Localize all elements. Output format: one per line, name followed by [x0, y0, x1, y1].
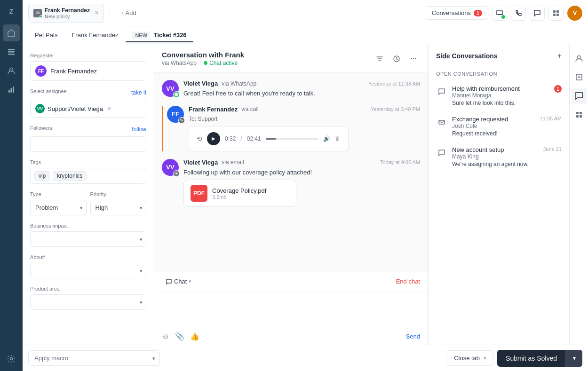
sidebar-item-views[interactable]: [3, 43, 20, 60]
filter-btn[interactable]: [373, 52, 386, 65]
rs-user-icon[interactable]: [572, 51, 587, 66]
chat-active-badge: Chat active: [204, 60, 238, 66]
ticket-new-badge: NEW: [132, 32, 150, 39]
tag-vip[interactable]: vip: [34, 171, 50, 181]
about-select[interactable]: [30, 263, 146, 278]
svg-rect-4: [8, 54, 15, 55]
audio-total-time: 02:41: [247, 135, 261, 142]
user-avatar[interactable]: V: [567, 6, 582, 21]
msg-sender-2: Frank Fernandez: [189, 106, 238, 113]
chat-status-icon[interactable]: [492, 6, 507, 21]
svg-rect-6: [8, 90, 10, 93]
add-side-conv-btn[interactable]: +: [557, 52, 562, 60]
content-row: Requester FF Frank Fernandez Select assi…: [23, 45, 588, 345]
more-btn[interactable]: [407, 52, 420, 65]
file-icon-pdf: PDF: [191, 185, 207, 202]
side-conv-time-2: 11:35 AM: [540, 116, 562, 121]
side-conv-item-1[interactable]: Help with reimbursement Manuel Moraga Su…: [429, 80, 569, 111]
side-conv-icon-email-2: [436, 117, 447, 128]
tab-ticket-326[interactable]: NEW Ticket #326: [126, 29, 193, 42]
macro-wrapper: Apply macro: [28, 350, 160, 366]
requester-name: Frank Fernandez: [50, 68, 97, 75]
side-conv-item-2[interactable]: Exchange requested Josh Cole Request rec…: [429, 111, 569, 142]
type-section: Type Problem: [30, 191, 87, 215]
chat-icon-toolbar[interactable]: [530, 6, 545, 21]
chat-tab-btn[interactable]: Chat ▾: [162, 276, 195, 287]
active-tab[interactable]: ✉ Frank Fernandez New policy ✕: [28, 4, 104, 23]
assignee-avatar: VV: [35, 104, 45, 113]
channel-badge-email: [173, 170, 180, 177]
follow-link[interactable]: follow: [132, 126, 146, 133]
assignee-label: Select assignee: [30, 88, 67, 94]
submit-solved-dropdown-arrow[interactable]: ▾: [565, 350, 582, 367]
svg-rect-11: [556, 10, 559, 13]
emoji-btn[interactable]: ☺: [162, 332, 169, 341]
tab-pet-pals[interactable]: Pet Pals: [28, 29, 64, 42]
sidebar-item-settings[interactable]: [3, 350, 20, 367]
file-attachment[interactable]: PDF Coverage Policy.pdf 3.2mb: [183, 180, 296, 207]
tab-close-btn[interactable]: ✕: [95, 10, 99, 16]
business-impact-select[interactable]: [30, 231, 146, 247]
attachment-btn[interactable]: 📎: [175, 332, 184, 341]
phone-icon[interactable]: [511, 6, 526, 21]
tags-section: Tags vip kryptonics: [30, 159, 146, 184]
audio-volume-btn[interactable]: 🔊: [323, 135, 330, 142]
remove-assignee-btn[interactable]: ✕: [107, 105, 111, 112]
end-chat-btn[interactable]: End chat: [396, 278, 420, 285]
sidebar-item-home[interactable]: [3, 24, 20, 41]
requester-field[interactable]: FF Frank Fernandez: [30, 61, 146, 81]
send-btn[interactable]: Send: [406, 333, 420, 340]
rs-apps-icon[interactable]: [572, 107, 587, 122]
tab-frank-fernandez[interactable]: Frank Fernandez: [65, 29, 125, 42]
conversations-btn[interactable]: Conversations 1: [426, 6, 488, 20]
close-tab-btn[interactable]: Close tab ▾: [447, 350, 493, 366]
svg-text:Z: Z: [9, 8, 14, 15]
audio-delete-btn[interactable]: 🗑: [335, 135, 341, 142]
thumbs-up-btn[interactable]: 👍: [190, 332, 199, 341]
close-tab-arrow: ▾: [484, 355, 486, 361]
sidebar-item-reports[interactable]: [3, 81, 20, 98]
rewind-btn[interactable]: ⟲: [197, 135, 202, 142]
svg-rect-13: [556, 14, 559, 16]
tag-kryptonics[interactable]: kryptonics: [53, 171, 87, 181]
side-conv-meta-3: Maya King: [452, 153, 539, 160]
macro-select[interactable]: Apply macro: [28, 350, 160, 366]
rs-chat-icon[interactable]: [572, 88, 587, 103]
msg-to: To: Support: [189, 115, 420, 123]
ticket-tab-bar: Pet Pals Frank Fernandez NEW Ticket #326: [23, 26, 588, 45]
requester-label: Requester: [30, 53, 146, 58]
followers-section: Followers follow: [30, 125, 146, 152]
product-area-section: Product area: [30, 286, 146, 310]
apps-icon[interactable]: [548, 6, 564, 21]
svg-rect-25: [580, 112, 582, 114]
msg-header-3: Violet Viega via email Today at 9:05 AM: [183, 159, 420, 166]
svg-rect-19: [439, 120, 445, 124]
chat-textarea[interactable]: [154, 292, 428, 326]
priority-select[interactable]: High: [90, 200, 147, 215]
app-logo: Z: [4, 4, 19, 19]
rs-ticket-icon[interactable]: [572, 70, 587, 85]
assignee-field[interactable]: VV Support/Violet Viega ✕: [30, 100, 146, 118]
svg-rect-7: [11, 88, 12, 93]
side-conv-icon-chat-3: [436, 147, 447, 158]
about-section: About*: [30, 254, 146, 278]
side-conv-time-3: June 21: [543, 146, 562, 152]
audio-progress-fill: [266, 138, 276, 140]
audio-player: ⟲ ▶ 0:32 / 02:41 🔊 🗑: [189, 126, 349, 151]
submit-solved-btn[interactable]: Submit as Solved ▾: [497, 350, 582, 367]
side-conv-header: Side Conversations +: [429, 45, 569, 67]
history-btn[interactable]: [390, 52, 403, 65]
type-select[interactable]: Problem: [30, 200, 87, 215]
side-conv-title-1: Help with reimbursement: [452, 85, 549, 92]
play-btn[interactable]: ▶: [207, 132, 220, 145]
add-tab-btn[interactable]: + Add: [116, 7, 141, 19]
product-area-select[interactable]: [30, 294, 146, 310]
msg-time-1: Yesterday at 11:38 AM: [368, 81, 420, 87]
followers-input[interactable]: [30, 136, 146, 152]
side-conv-item-3[interactable]: New account setup Maya King We're assign…: [429, 142, 569, 172]
audio-progress[interactable]: [266, 138, 318, 140]
message-item-audio: FF Frank Fernandez via call Yesterday at…: [162, 106, 420, 151]
side-conv-content-1: Help with reimbursement Manuel Moraga Su…: [452, 85, 549, 106]
take-it-link[interactable]: take it: [131, 89, 146, 96]
sidebar-item-contacts[interactable]: [3, 62, 20, 79]
